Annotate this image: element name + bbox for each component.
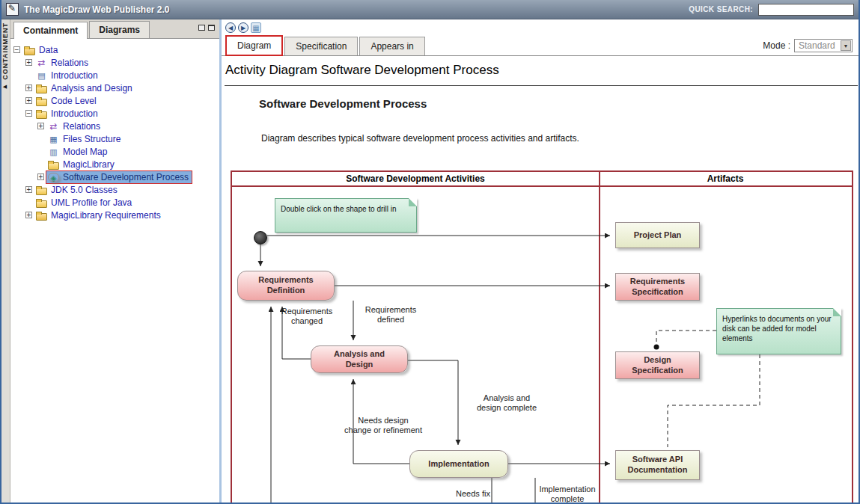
tab-containment[interactable]: Containment [13, 22, 88, 39]
tree-item-label: UML Profile for Java [49, 197, 133, 208]
tree-item-magiclibrary-requirements[interactable]: +MagicLibrary Requirements [10, 209, 219, 221]
tree-item-label: Model Map [61, 147, 109, 157]
map-icon: ▥ [48, 147, 59, 156]
diagram-canvas: Requirements DefinitionAnalysis and Desi… [232, 172, 852, 503]
plus-expander-icon[interactable]: + [25, 186, 32, 193]
tree-item-label: Files Structure [61, 134, 122, 144]
tab-diagram[interactable]: Diagram [225, 35, 283, 56]
folder-data-icon [24, 46, 35, 55]
tree-item-label: JDK 5.0 Classes [49, 185, 119, 195]
dashed-edge [656, 331, 716, 345]
folder-icon [36, 198, 47, 207]
content-tab-bar: Diagram Specification Appears in Mode : … [222, 36, 859, 56]
quick-search-label: QUICK SEARCH: [689, 5, 753, 13]
float-panel-icon[interactable] [208, 25, 215, 31]
containment-strip-label: CONTAINMENT [1, 22, 9, 80]
node-initial[interactable] [254, 231, 267, 245]
chevron-down-icon[interactable] [841, 40, 851, 51]
folder-icon [36, 96, 47, 105]
edge-label-requirements-changed: Requirements changed [275, 307, 338, 325]
tree-item-software-development-process[interactable]: +◈Software Development Process [10, 170, 219, 183]
minus-expander-icon[interactable]: − [13, 46, 20, 53]
node-project-plan[interactable]: Project Plan [615, 222, 700, 248]
node-analysis-and-design[interactable]: Analysis and Design [311, 345, 408, 373]
tree-item-data[interactable]: −Data [10, 43, 219, 56]
note-text: Hyperlinks to documents on your disk can… [722, 315, 832, 342]
tree-item-introduction[interactable]: ▤Introduction [10, 69, 219, 82]
node-requirements-specification[interactable]: Requirements Specification [615, 273, 700, 301]
tree-item-label: Introduction [49, 108, 100, 119]
show-diagram-image-icon[interactable]: ▦ [251, 22, 261, 33]
folder-icon [36, 109, 47, 118]
back-icon[interactable]: ◀ [225, 22, 236, 33]
mode-control: Mode : Standard [763, 39, 853, 52]
panel-window-controls [198, 25, 215, 31]
note-hyperlinks: Hyperlinks to documents on your disk can… [716, 308, 841, 354]
plus-expander-icon[interactable]: + [25, 212, 32, 218]
node-requirements-definition[interactable]: Requirements Definition [237, 271, 335, 301]
activity-icon: ◈ [48, 173, 59, 182]
tab-specification[interactable]: Specification [284, 37, 358, 55]
quick-search-input[interactable] [758, 4, 854, 16]
tree-item-introduction[interactable]: −Introduction [10, 107, 219, 120]
collapse-panel-arrow-icon[interactable] [3, 84, 7, 90]
tree-item-jdk-5-0-classes[interactable]: +JDK 5.0 Classes [10, 183, 219, 196]
title-divider [225, 85, 858, 86]
minus-expander-icon[interactable]: − [25, 110, 32, 117]
tree-item-relations[interactable]: +⇄Relations [10, 56, 219, 69]
tree-item-label: MagicLibrary Requirements [49, 210, 162, 221]
tree-item-uml-profile-for-java[interactable]: UML Profile for Java [10, 196, 219, 209]
activity-diagram: Software Development Activities Artifact… [231, 170, 853, 503]
content-panel: ◀▶▦ Diagram Specification Appears in Mod… [222, 19, 859, 503]
tab-diagrams[interactable]: Diagrams [89, 21, 150, 38]
tree-item-label: Relations [49, 58, 90, 68]
tree-item-files-structure[interactable]: ▦Files Structure [10, 132, 219, 145]
plus-expander-icon[interactable]: + [25, 59, 32, 66]
nav-icons: ◀▶▦ [225, 22, 261, 33]
tree-item-label: Data [37, 45, 59, 55]
edge-label-needs-design-change-or-refinem: Needs design change or refinement [337, 416, 430, 434]
mode-select[interactable]: Standard [794, 39, 853, 52]
note-text: Double click on the shape to drill in [281, 205, 397, 213]
edge-label-analysis-and-design-complete: Analysis and design complete [470, 393, 543, 412]
sidebar-tab-bar: Containment Diagrams [10, 19, 219, 39]
node-software-api-documentation[interactable]: Software API Documentation [615, 450, 700, 480]
plus-expander-icon[interactable]: + [37, 123, 44, 129]
window-title: The MagicDraw Web Publisher 2.0 [24, 4, 170, 15]
tree-item-label: Relations [61, 121, 102, 132]
forward-icon[interactable]: ▶ [238, 22, 248, 33]
tree-item-label: MagicLibrary [61, 159, 116, 170]
tree-item-model-map[interactable]: ▥Model Map [10, 145, 219, 158]
relations-icon: ⇄ [36, 58, 47, 67]
tab-appears-in[interactable]: Appears in [359, 37, 424, 55]
folder-icon [48, 160, 59, 169]
tree-item-analysis-and-design[interactable]: +Analysis and Design [10, 82, 219, 94]
diagram-heading: Software Development Process [259, 97, 427, 110]
folder-icon [36, 84, 47, 93]
tree-item-relations[interactable]: +⇄Relations [10, 120, 219, 132]
node-design-specification[interactable]: Design Specification [615, 351, 700, 379]
minimize-panel-icon[interactable] [198, 25, 205, 31]
node-implementation[interactable]: Implementation [409, 450, 508, 478]
tree-item-label: Code Level [49, 96, 98, 106]
containment-side-strip[interactable]: CONTAINMENT [0, 19, 10, 504]
plus-expander-icon[interactable]: + [25, 84, 32, 91]
containment-panel: Containment Diagrams −Data+⇄Relations▤In… [10, 19, 219, 503]
folder-req-icon [36, 211, 47, 220]
edge-label-needs-fix: Needs fix [452, 489, 494, 499]
plus-expander-icon[interactable]: + [37, 173, 44, 180]
mode-value: Standard [799, 40, 835, 51]
tree-item-label: Analysis and Design [49, 83, 134, 93]
diagram-description: Diagram describes typical software devel… [261, 133, 579, 144]
edge-label-implementation-complete: Implementation complete [533, 485, 602, 503]
page-title: Activity Diagram Software Development Pr… [225, 63, 499, 78]
tree-item-code-level[interactable]: +Code Level [10, 94, 219, 107]
magicdraw-logo-icon [6, 3, 19, 16]
table-icon: ▤ [36, 71, 47, 80]
plus-expander-icon[interactable]: + [25, 97, 32, 104]
tree-item-magiclibrary[interactable]: MagicLibrary [10, 158, 219, 170]
note-drill-in: Double click on the shape to drill in [275, 198, 417, 233]
mode-label: Mode : [763, 40, 790, 51]
containment-tree: −Data+⇄Relations▤Introduction+Analysis a… [10, 39, 219, 221]
edge-label-requirements-defined: Requirements defined [359, 305, 422, 324]
